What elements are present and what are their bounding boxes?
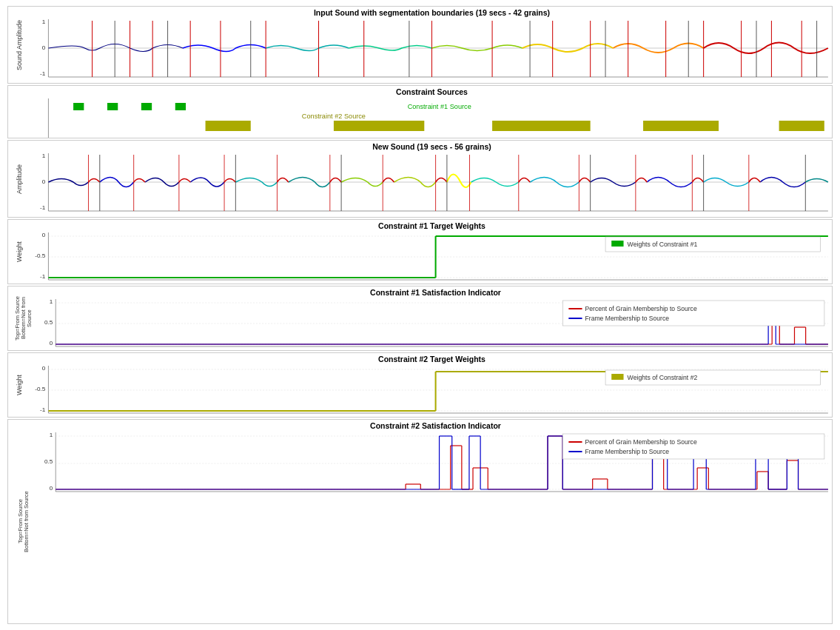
svg-text:Percent of Grain Membership to: Percent of Grain Membership to Source bbox=[585, 438, 697, 446]
panel2-title: Constraint Sources bbox=[32, 86, 832, 97]
panel3-container: Amplitude New Sound (19 secs - 56 grains… bbox=[7, 140, 833, 218]
svg-rect-41 bbox=[334, 121, 424, 131]
panel7-content: Constraint #2 Satisfaction Indicator 1 0… bbox=[39, 420, 832, 623]
svg-rect-127 bbox=[611, 374, 623, 380]
panel2-svg: Constraint #1 Source Constraint #2 Sourc… bbox=[32, 97, 832, 138]
panel1-title: Input Sound with segmentation boundaries… bbox=[32, 7, 832, 18]
svg-text:0: 0 bbox=[50, 340, 53, 346]
panel4-container: Weight Constraint #1 Target Weights 0 -0… bbox=[7, 219, 833, 284]
svg-text:0: 0 bbox=[42, 178, 46, 185]
panel6-container: Weight Constraint #2 Target Weights 0 -0… bbox=[7, 352, 833, 418]
svg-text:Weights of Constraint #1: Weights of Constraint #1 bbox=[628, 241, 698, 248]
svg-text:Percent of Grain Membership to: Percent of Grain Membership to Source bbox=[585, 305, 697, 312]
svg-text:-0.5: -0.5 bbox=[35, 386, 46, 392]
svg-text:-0.5: -0.5 bbox=[35, 252, 46, 259]
panel1-ylabel: Sound Amplitude bbox=[8, 7, 32, 83]
panel5-title: Constraint #1 Satisfaction Indicator bbox=[39, 286, 832, 298]
panel5-svg: 1 0.5 0 bbox=[39, 298, 832, 348]
svg-text:-1: -1 bbox=[40, 204, 46, 211]
panel4-svg: 0 -0.5 -1 Weights of Constraint #1 bbox=[32, 231, 832, 281]
panel6-ylabel: Weight bbox=[8, 353, 32, 417]
panel4-title: Constraint #1 Target Weights bbox=[32, 220, 832, 231]
svg-text:1: 1 bbox=[42, 153, 46, 159]
panel3-title: New Sound (19 secs - 56 grains) bbox=[32, 141, 832, 152]
svg-text:Frame Membership to Source: Frame Membership to Source bbox=[585, 448, 670, 455]
panel7-svg: 1 0.5 0 bbox=[39, 431, 832, 494]
svg-text:0.5: 0.5 bbox=[44, 458, 53, 465]
svg-text:0.5: 0.5 bbox=[44, 319, 53, 326]
svg-text:0: 0 bbox=[42, 365, 46, 372]
svg-text:-1: -1 bbox=[40, 273, 46, 280]
svg-text:-1: -1 bbox=[40, 70, 46, 77]
svg-text:0: 0 bbox=[50, 485, 53, 492]
panel5-ylabel: Top=From SourceBottom=Not from Source bbox=[8, 286, 39, 350]
svg-text:Constraint #1 Source: Constraint #1 Source bbox=[408, 103, 471, 110]
panel5-container: Top=From SourceBottom=Not from Source Co… bbox=[7, 286, 833, 351]
panel3-content: New Sound (19 secs - 56 grains) 1 0 -1 bbox=[32, 141, 832, 217]
svg-text:Weights of Constraint #2: Weights of Constraint #2 bbox=[628, 374, 698, 381]
panel1-content: Input Sound with segmentation boundaries… bbox=[32, 7, 832, 83]
panel7-container: Top=From SourceBottom=Not from Source Co… bbox=[7, 419, 833, 624]
panel3-svg: 1 0 -1 bbox=[32, 152, 832, 212]
svg-rect-38 bbox=[175, 103, 186, 110]
panel2-container: Constraint Sources Constraint #1 Source bbox=[7, 85, 833, 138]
svg-rect-42 bbox=[492, 121, 591, 131]
svg-rect-35 bbox=[73, 103, 84, 110]
panel7-title: Constraint #2 Satisfaction Indicator bbox=[39, 420, 832, 431]
svg-rect-37 bbox=[141, 103, 152, 110]
main-container: Sound Amplitude Input Sound with segment… bbox=[0, 0, 840, 630]
panel6-content: Constraint #2 Target Weights 0 -0.5 -1 W… bbox=[32, 353, 832, 417]
svg-rect-86 bbox=[611, 241, 623, 247]
panel1-svg: 1 0 -1 bbox=[32, 18, 832, 78]
panel2-ylabel bbox=[8, 86, 32, 138]
panel1-container: Sound Amplitude Input Sound with segment… bbox=[7, 6, 833, 84]
panel5-content: Constraint #1 Satisfaction Indicator 1 0… bbox=[39, 286, 832, 350]
svg-text:Constraint #2 Source: Constraint #2 Source bbox=[302, 113, 366, 120]
panel6-title: Constraint #2 Target Weights bbox=[32, 353, 832, 364]
svg-rect-43 bbox=[643, 121, 719, 131]
panel6-svg: 0 -0.5 -1 Weights of Constraint #2 bbox=[32, 364, 832, 415]
panel4-content: Constraint #1 Target Weights 0 -0.5 -1 W… bbox=[32, 220, 832, 284]
svg-text:1: 1 bbox=[42, 19, 46, 25]
svg-text:1: 1 bbox=[50, 432, 53, 438]
svg-text:Frame Membership to Source: Frame Membership to Source bbox=[585, 315, 670, 322]
svg-text:0: 0 bbox=[42, 232, 46, 238]
svg-text:-1: -1 bbox=[40, 406, 46, 413]
svg-rect-45 bbox=[813, 121, 822, 131]
panel7-ylabel: Top=From SourceBottom=Not from Source bbox=[8, 420, 39, 623]
svg-text:0: 0 bbox=[42, 44, 46, 51]
svg-rect-36 bbox=[107, 103, 118, 110]
svg-rect-40 bbox=[206, 121, 251, 131]
svg-text:1: 1 bbox=[50, 298, 53, 305]
panel2-content: Constraint Sources Constraint #1 Source bbox=[32, 86, 832, 138]
panel3-ylabel: Amplitude bbox=[8, 141, 32, 217]
panel4-ylabel: Weight bbox=[8, 220, 32, 284]
